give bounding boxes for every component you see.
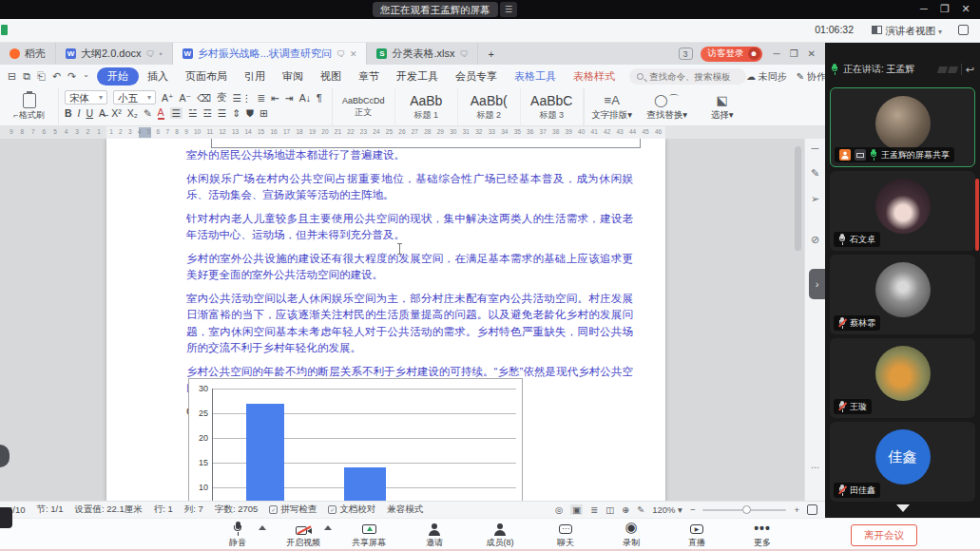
text-layout-button[interactable]: ≡A文字排版▾ xyxy=(585,88,640,125)
menu-dev-tools[interactable]: 开发工具 xyxy=(388,67,447,86)
highlight-icon[interactable]: ✎ xyxy=(144,107,152,119)
clear-format-icon[interactable]: ⌫ xyxy=(197,92,211,104)
expand-panel-tab[interactable]: › xyxy=(809,269,825,299)
restore-icon[interactable]: ❐ xyxy=(934,3,955,15)
zoom-in-button[interactable]: + xyxy=(794,504,799,515)
eye-protect-icon[interactable]: ◎ xyxy=(555,504,563,515)
marks-icon[interactable]: ¶ xyxy=(317,92,322,104)
participant-tile[interactable]: 蔡林霏 xyxy=(830,255,975,334)
justify-icon[interactable]: ☰ xyxy=(218,107,226,119)
tab-docer[interactable]: 稻壳 xyxy=(0,43,56,65)
fullscreen-icon[interactable] xyxy=(958,25,969,35)
participant-tile-share[interactable]: 王孟辉的屏幕共享 xyxy=(830,87,975,167)
select-button[interactable]: ⬕选择▾ xyxy=(695,88,750,125)
pop-out-icon[interactable]: ↩ xyxy=(966,64,974,76)
shrink-font-button[interactable]: A⁻ xyxy=(180,92,192,104)
restore-icon[interactable]: ❐ xyxy=(790,48,798,59)
undo-icon[interactable]: ↶ xyxy=(52,70,61,83)
italic-button[interactable]: I xyxy=(78,107,81,119)
view-mode-button[interactable]: 演讲者视图 ▾ xyxy=(872,22,942,39)
strike-icon[interactable]: A̶ xyxy=(99,107,106,119)
close-icon[interactable]: ✕ xyxy=(955,3,976,15)
proofing-toggle[interactable]: ✓文档校对 xyxy=(328,504,375,516)
collapse-panel-icon[interactable] xyxy=(896,504,910,512)
pen-icon[interactable]: ✎ xyxy=(805,167,825,180)
panel-scrollbar[interactable] xyxy=(975,179,979,251)
members-button[interactable]: 成员(8) xyxy=(479,520,521,549)
zoom-out-button[interactable]: − xyxy=(690,504,696,515)
leave-meeting-button[interactable]: 离开会议 xyxy=(851,524,917,546)
more-caret-icon[interactable]: ⌄ xyxy=(83,70,89,83)
paste-icon[interactable] xyxy=(23,93,36,108)
print-icon[interactable]: ⧉ xyxy=(23,70,30,83)
menu-insert[interactable]: 插入 xyxy=(139,67,177,86)
line-spacing-icon[interactable]: ⇕ xyxy=(232,107,240,119)
page-view-icon[interactable]: ▣ xyxy=(570,504,583,515)
phonetic-icon[interactable]: 变 xyxy=(217,91,227,104)
border-icon[interactable]: ⊞ xyxy=(259,107,268,119)
preview-icon[interactable]: ⎗ xyxy=(37,70,46,83)
mute-button[interactable]: 静音 xyxy=(217,520,259,549)
participant-tile[interactable]: 石文卓 xyxy=(830,171,975,251)
align-right-icon[interactable]: ☲ xyxy=(202,107,211,119)
close-icon[interactable]: ✕ xyxy=(808,48,816,59)
record-button[interactable]: ◉ 录制 xyxy=(610,520,652,549)
zoom-slider[interactable] xyxy=(702,509,786,511)
style-body[interactable]: AaBbCcDd正文 xyxy=(333,88,395,125)
outdent-icon[interactable]: ⇤ xyxy=(271,92,279,104)
bullets-icon[interactable]: ☰⋮ xyxy=(232,92,251,104)
find-replace-button[interactable]: ◯⌒查找替换▾ xyxy=(640,88,695,125)
collab-button[interactable]: ✎ 协作 xyxy=(797,70,826,84)
fullscreen-icon[interactable] xyxy=(807,504,817,515)
redo-icon[interactable]: ↷ xyxy=(67,70,76,83)
command-search[interactable] xyxy=(629,68,746,85)
live-button[interactable]: ▶ 直播 xyxy=(676,520,718,549)
style-heading2[interactable]: AaBb(标题 2 xyxy=(458,88,521,125)
corner-dock-icon[interactable] xyxy=(0,507,12,528)
menu-section[interactable]: 章节 xyxy=(350,67,388,86)
sort-icon[interactable]: A↓ xyxy=(299,92,311,104)
align-left-icon[interactable]: ☰ xyxy=(170,107,183,119)
window-count-badge[interactable]: 3 xyxy=(679,48,693,60)
menu-view[interactable]: 视图 xyxy=(312,67,350,86)
spellcheck-toggle[interactable]: ✓拼写检查 xyxy=(269,504,317,516)
mic-options-arrow[interactable] xyxy=(259,525,266,530)
start-video-button[interactable]: 开启视频 xyxy=(282,520,324,549)
collapse-icon[interactable]: ─ xyxy=(805,142,825,154)
edit-view-icon[interactable]: ✎ xyxy=(637,504,644,515)
document-page[interactable]: 室外的居民公共场地进本都进行了普遍建设。休闲娱乐广场在村内公共空间占据重要地位，… xyxy=(106,139,665,543)
font-name-select[interactable]: 宋体▾ xyxy=(65,90,107,104)
menu-table-style[interactable]: 表格样式 xyxy=(565,67,624,86)
zoom-slider-knob[interactable] xyxy=(742,505,751,514)
more-dots-icon[interactable]: ⋯ xyxy=(805,463,825,472)
close-tab-icon[interactable]: ✕ xyxy=(350,49,357,59)
invite-button[interactable]: 邀请 xyxy=(413,520,455,549)
more-button[interactable]: ••• 更多 xyxy=(741,520,783,549)
web-view-icon[interactable]: ⊕ xyxy=(622,504,629,515)
menu-review[interactable]: 审阅 xyxy=(274,67,312,86)
align-center-icon[interactable]: ☱ xyxy=(188,107,197,119)
style-heading3[interactable]: AaBbC标题 3 xyxy=(521,88,584,125)
bold-button[interactable]: B xyxy=(65,107,72,119)
grow-font-button[interactable]: A⁺ xyxy=(162,92,174,104)
menu-home[interactable]: 开始 xyxy=(97,67,139,86)
menu-member[interactable]: 会员专享 xyxy=(447,67,506,86)
indent-icon[interactable]: ⇥ xyxy=(285,92,294,104)
superscript-button[interactable]: X² xyxy=(111,107,122,119)
font-color-button[interactable]: A xyxy=(158,106,164,120)
participant-tile[interactable]: 王璇 xyxy=(830,338,975,418)
sync-status[interactable]: ☁ 未同步 xyxy=(746,70,787,84)
tab-doc2-active[interactable]: W乡村振兴战略...状调查研究问🗨✕ xyxy=(173,43,368,65)
menu-page-layout[interactable]: 页面布局 xyxy=(177,67,236,86)
font-size-select[interactable]: 小五▾ xyxy=(113,90,156,104)
tab-sheet[interactable]: S分类表格.xlsx🗨 xyxy=(367,43,478,65)
menu-references[interactable]: 引用 xyxy=(236,67,274,86)
tab-doc1[interactable]: W大纲2.0.docx🗨• xyxy=(56,43,173,65)
chat-button[interactable]: ⋯ 聊天 xyxy=(545,520,586,549)
save-icon[interactable]: ⊟ xyxy=(8,70,16,83)
video-options-arrow[interactable] xyxy=(324,525,332,530)
format-painter-button[interactable]: ⌐格式刷 xyxy=(13,109,44,122)
subscript-button[interactable]: X₂ xyxy=(127,107,138,119)
minimize-icon[interactable]: ─ xyxy=(774,48,780,59)
banner-menu-icon[interactable]: ☰ xyxy=(500,2,517,17)
